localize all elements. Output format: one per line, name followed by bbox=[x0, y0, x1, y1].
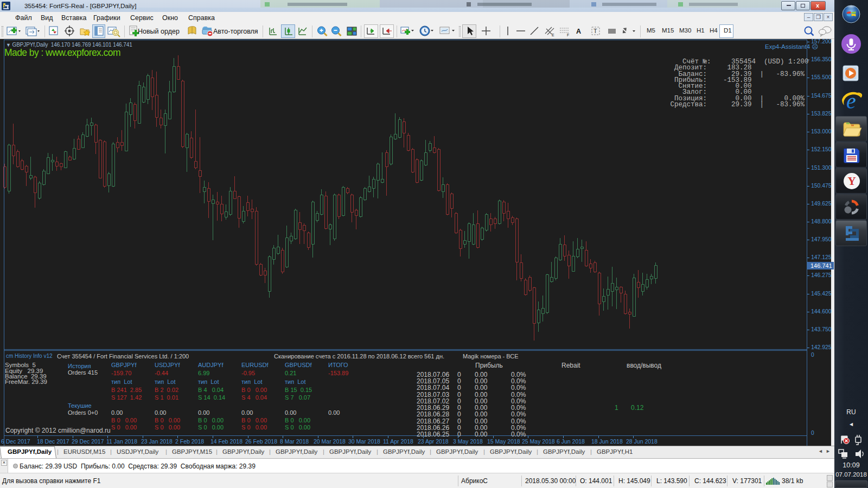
svg-text:T: T bbox=[593, 28, 597, 34]
svg-text:Y: Y bbox=[847, 175, 856, 188]
svg-text:E: E bbox=[552, 33, 554, 37]
svg-text:F: F bbox=[567, 33, 569, 37]
